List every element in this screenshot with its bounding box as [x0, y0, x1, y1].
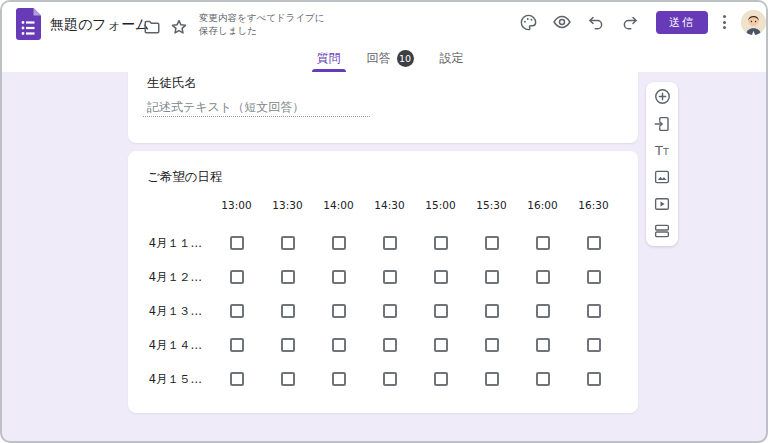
checkbox[interactable] [230, 372, 244, 386]
grid-row-label-2: 4月１２… [128, 260, 211, 294]
import-questions-icon [653, 115, 671, 133]
question-toolbar: TT [646, 82, 678, 246]
grid-cell [568, 294, 619, 328]
checkbox[interactable] [536, 338, 550, 352]
add-video-button[interactable] [648, 192, 676, 216]
folder-icon [143, 18, 161, 36]
grid-cell [313, 260, 364, 294]
import-questions-button[interactable] [648, 112, 676, 136]
checkbox[interactable] [383, 372, 397, 386]
header-actions: 送信 [514, 7, 766, 37]
grid-cell [364, 362, 415, 396]
tab-questions[interactable]: 質問 [315, 45, 343, 72]
grid-cell [415, 226, 466, 260]
checkbox[interactable] [434, 304, 448, 318]
save-status: 変更内容をすべてドライブに 保存しました [199, 12, 325, 37]
checkbox[interactable] [281, 270, 295, 284]
checkbox[interactable] [485, 372, 499, 386]
add-image-button[interactable] [648, 165, 676, 189]
checkbox[interactable] [485, 338, 499, 352]
form-title[interactable]: 無題のフォーム [50, 16, 149, 34]
save-status-line1: 変更内容をすべてドライブに [199, 12, 325, 25]
checkbox[interactable] [536, 270, 550, 284]
checkbox[interactable] [332, 270, 346, 284]
redo-button[interactable] [616, 8, 644, 36]
save-status-line2: 保存しました [199, 25, 325, 38]
checkbox[interactable] [434, 270, 448, 284]
grid-cell [211, 260, 262, 294]
grid-cell [211, 362, 262, 396]
forms-logo-icon[interactable] [16, 8, 41, 40]
checkbox[interactable] [332, 338, 346, 352]
grid-cell [211, 328, 262, 362]
tab-responses[interactable]: 回答 10 [365, 45, 416, 72]
checkbox[interactable] [485, 304, 499, 318]
undo-button[interactable] [582, 8, 610, 36]
checkbox[interactable] [332, 304, 346, 318]
checkbox[interactable] [587, 270, 601, 284]
grid-cell [211, 294, 262, 328]
checkbox[interactable] [383, 236, 397, 250]
grid-row-label-4: 4月１４… [128, 328, 211, 362]
checkbox[interactable] [434, 338, 448, 352]
add-question-button[interactable] [648, 85, 676, 109]
add-title-button[interactable]: TT [648, 139, 676, 163]
kebab-menu-button[interactable] [712, 9, 736, 35]
grid-cell [313, 294, 364, 328]
checkbox[interactable] [587, 372, 601, 386]
checkbox[interactable] [332, 236, 346, 250]
tab-settings-label: 設定 [440, 50, 464, 67]
checkbox[interactable] [230, 304, 244, 318]
grid-col-header-13:30: 13:30 [262, 184, 313, 226]
add-video-icon [653, 195, 671, 213]
redo-icon [621, 13, 639, 31]
checkbox[interactable] [536, 304, 550, 318]
checkbox[interactable] [230, 270, 244, 284]
tab-questions-label: 質問 [317, 50, 341, 67]
checkbox[interactable] [587, 338, 601, 352]
checkbox[interactable] [434, 372, 448, 386]
checkbox[interactable] [434, 236, 448, 250]
theme-customize-button[interactable] [514, 8, 542, 36]
checkbox[interactable] [230, 236, 244, 250]
checkbox[interactable] [485, 270, 499, 284]
grid-cell [211, 226, 262, 260]
question-title[interactable]: 生徒氏名 [147, 75, 197, 92]
checkbox[interactable] [485, 236, 499, 250]
checkbox[interactable] [383, 270, 397, 284]
grid-cell [415, 260, 466, 294]
google-forms-window: 無題のフォーム 変更内容をすべてドライブに 保存しました [0, 0, 768, 443]
move-to-folder-button[interactable] [139, 14, 165, 40]
grid-cell [262, 260, 313, 294]
send-button[interactable]: 送信 [656, 11, 708, 34]
grid-col-header-13:00: 13:00 [211, 184, 262, 226]
grid-cell [364, 260, 415, 294]
checkbox[interactable] [587, 236, 601, 250]
checkbox[interactable] [281, 304, 295, 318]
question-card-schedule[interactable]: ご希望の日程 13:0013:3014:0014:3015:0015:3016:… [128, 151, 638, 413]
checkbox[interactable] [281, 372, 295, 386]
checkbox[interactable] [281, 236, 295, 250]
checkbox[interactable] [230, 338, 244, 352]
question-card-student-name[interactable]: 生徒氏名 記述式テキスト（短文回答） [128, 72, 638, 143]
app-header: 無題のフォーム 変更内容をすべてドライブに 保存しました [2, 2, 766, 72]
star-button[interactable] [166, 14, 192, 40]
grid-cell [313, 362, 364, 396]
checkbox[interactable] [536, 236, 550, 250]
grid-cell [415, 362, 466, 396]
checkbox[interactable] [587, 304, 601, 318]
grid-cell [415, 328, 466, 362]
checkbox[interactable] [536, 372, 550, 386]
avatar[interactable] [741, 10, 766, 35]
tab-settings[interactable]: 設定 [438, 45, 466, 72]
schedule-grid: 13:0013:3014:0014:3015:0015:3016:0016:30… [128, 184, 619, 396]
checkbox[interactable] [383, 338, 397, 352]
undo-icon [587, 13, 605, 31]
grid-cell [517, 362, 568, 396]
add-section-button[interactable] [648, 219, 676, 243]
checkbox[interactable] [281, 338, 295, 352]
checkbox[interactable] [383, 304, 397, 318]
grid-cell [364, 226, 415, 260]
checkbox[interactable] [332, 372, 346, 386]
preview-button[interactable] [548, 8, 576, 36]
